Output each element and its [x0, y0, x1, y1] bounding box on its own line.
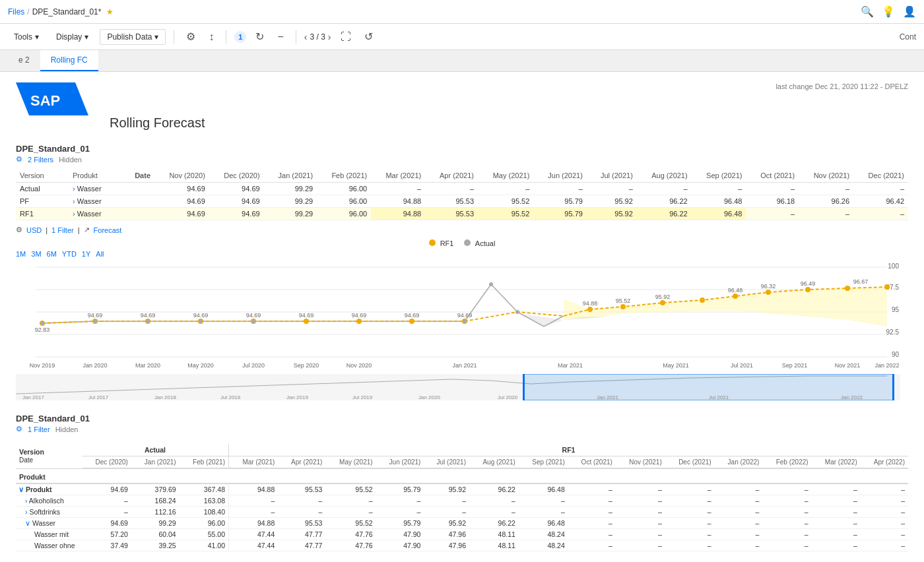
svg-text:Jan 2021: Jan 2021: [597, 394, 618, 400]
time-ytd[interactable]: YTD: [62, 250, 77, 258]
time-3m[interactable]: 3M: [31, 250, 41, 258]
forecast-sep: |: [78, 226, 80, 234]
svg-point-26: [660, 300, 665, 305]
svg-text:95.92: 95.92: [655, 294, 671, 300]
section-2: DPE_Standard_01 ⚙ 1 Filter Hidden Versio…: [16, 414, 908, 551]
svg-text:94.69: 94.69: [299, 312, 314, 319]
col-may2021: May (2021): [478, 169, 533, 183]
display-chevron-icon: ▾: [84, 32, 88, 42]
svg-text:Sep 2021: Sep 2021: [782, 362, 808, 369]
page-prev-button[interactable]: ‹: [304, 32, 308, 42]
svg-text:Jan 2018: Jan 2018: [154, 394, 176, 400]
svg-point-50: [93, 319, 97, 323]
display-label: Display: [56, 32, 82, 42]
section2-filter-count[interactable]: 1 Filter: [28, 425, 50, 433]
page-title: Rolling Forecast: [110, 115, 205, 131]
chart-legend: RF1 Actual: [16, 239, 908, 247]
tools-button[interactable]: Tools ▾: [8, 29, 45, 45]
wasser-expand[interactable]: ∨: [25, 519, 32, 527]
breadcrumb-sep: /: [27, 7, 29, 16]
page-next-button[interactable]: ›: [328, 32, 331, 42]
svg-text:94.69: 94.69: [405, 312, 420, 319]
svg-text:94.69: 94.69: [457, 312, 473, 319]
section1-filter-count[interactable]: 2 Filters: [28, 156, 53, 164]
table-row: Actual › Wasser 94.6994.6999.2996.00 –––…: [16, 183, 908, 195]
col-jul2021: Jul (2021): [587, 169, 637, 183]
section2-title: DPE_Standard_01: [16, 414, 908, 423]
publish-data-label: Publish Data: [107, 32, 152, 42]
svg-point-49: [40, 321, 44, 325]
table2-version-header: VersionDate Actual RF1: [16, 444, 908, 456]
svg-text:Jul 2020: Jul 2020: [242, 362, 265, 369]
section2-hidden[interactable]: Hidden: [55, 425, 79, 433]
tab-rolling-fc[interactable]: Rolling FC: [40, 50, 98, 71]
svg-text:Jul 2020: Jul 2020: [498, 394, 518, 400]
table1: Version Produkt Date Nov (2020) Dec (202…: [16, 169, 908, 220]
svg-point-52: [199, 319, 203, 323]
svg-point-32: [884, 284, 890, 290]
forecast-link[interactable]: Forecast: [94, 226, 122, 234]
search-icon[interactable]: 🔍: [861, 5, 874, 18]
svg-text:92.5: 92.5: [886, 328, 900, 336]
page-indicator: 3 / 3: [310, 32, 325, 42]
section1-hidden[interactable]: Hidden: [59, 156, 82, 164]
time-1y[interactable]: 1Y: [82, 250, 90, 258]
alkoholisch-expand[interactable]: ›: [25, 497, 29, 505]
col-dec2020: Dec (2020): [209, 169, 264, 183]
display-button[interactable]: Display ▾: [50, 29, 94, 45]
table2-produkt-header: Produkt: [16, 468, 908, 484]
reset-icon[interactable]: ↺: [360, 29, 377, 44]
filter-link[interactable]: 1 Filter: [51, 226, 74, 234]
tools-label: Tools: [14, 32, 32, 42]
svg-text:Jul 2017: Jul 2017: [88, 394, 109, 400]
sort-icon[interactable]: ↕: [205, 30, 218, 44]
filter-icon[interactable]: ⚙: [182, 29, 199, 44]
svg-text:Jan 2020: Jan 2020: [82, 362, 107, 369]
minus-icon[interactable]: −: [273, 30, 287, 44]
table-row: PF › Wasser 94.6994.6999.2996.00 94.8895…: [16, 195, 908, 208]
lightbulb-icon[interactable]: 💡: [882, 5, 895, 18]
col-date: Date: [128, 169, 154, 183]
svg-text:96.32: 96.32: [761, 283, 776, 290]
refresh-icon[interactable]: ↻: [251, 29, 268, 44]
svg-rect-74: [892, 374, 894, 400]
col-mar2021: Mar (2021): [371, 169, 425, 183]
svg-text:Nov 2021: Nov 2021: [835, 362, 861, 369]
svg-text:Jan 2019: Jan 2019: [286, 394, 308, 400]
svg-text:Jul 2021: Jul 2021: [731, 362, 753, 369]
sap-logo: SAP: [16, 82, 88, 115]
svg-point-21: [356, 319, 362, 324]
fullscreen-icon[interactable]: ⛶: [337, 30, 355, 44]
section1-title: DPE_Standard_01: [16, 144, 908, 154]
svg-text:94.69: 94.69: [88, 312, 103, 319]
svg-text:Mar 2021: Mar 2021: [558, 362, 583, 369]
filter2-icon: ⚙: [16, 425, 22, 433]
chart-svg: 100 97.5 95 92.5 90: [16, 261, 900, 373]
svg-text:Sep 2020: Sep 2020: [294, 362, 319, 369]
publish-data-button[interactable]: Publish Data ▾: [100, 29, 166, 45]
time-all[interactable]: All: [96, 250, 104, 258]
time-6m[interactable]: 6M: [47, 250, 57, 258]
currency-link[interactable]: USD: [26, 226, 42, 234]
produkt-expand[interactable]: ∨: [18, 485, 26, 493]
svg-text:92.83: 92.83: [35, 327, 50, 333]
currency-settings-icon: ⚙: [16, 226, 22, 234]
softdrinks-expand[interactable]: ›: [25, 508, 29, 516]
svg-text:SAP: SAP: [30, 92, 60, 109]
filter-sep: |: [46, 226, 48, 234]
svg-text:96.67: 96.67: [853, 278, 869, 285]
star-icon[interactable]: ★: [106, 7, 114, 16]
svg-text:Jul 2018: Jul 2018: [220, 394, 241, 400]
tab-bar: e 2 Rolling FC: [0, 50, 924, 72]
tools-chevron-icon: ▾: [35, 32, 39, 42]
svg-point-31: [845, 286, 850, 291]
breadcrumb-files[interactable]: Files: [8, 7, 24, 16]
tab-page2[interactable]: e 2: [8, 50, 40, 71]
time-1m[interactable]: 1M: [16, 250, 26, 258]
chart-minimap: Jan 2017 Jul 2017 Jan 2018 Jul 2018 Jan …: [16, 374, 900, 400]
user-icon[interactable]: 👤: [903, 5, 916, 18]
svg-text:Mar 2020: Mar 2020: [135, 362, 160, 369]
table2-date-header: Dec (2020) Jan (2021) Feb (2021) Mar (20…: [16, 456, 908, 469]
svg-text:Jan 2022: Jan 2022: [874, 362, 899, 369]
main-content: SAP Rolling Forecast last change Dec 21,…: [0, 72, 924, 562]
